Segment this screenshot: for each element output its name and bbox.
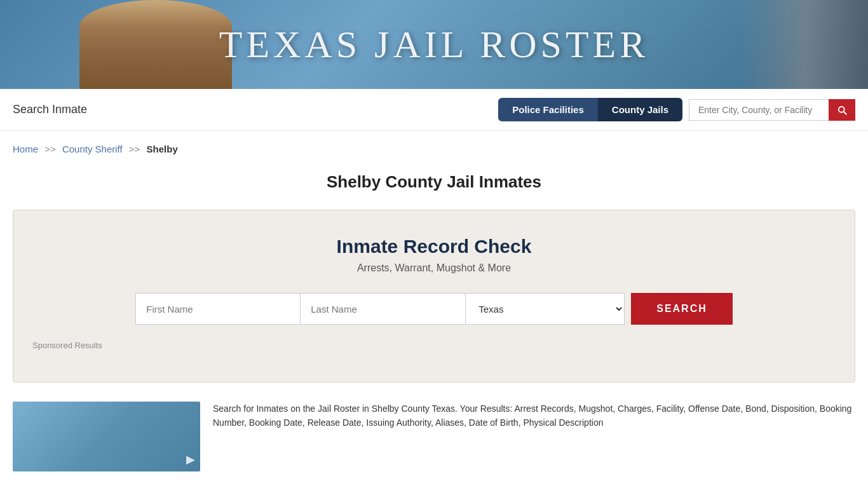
search-inmate-label: Search Inmate (13, 103, 87, 116)
record-check-form: AlabamaAlaskaArizonaArkansasCaliforniaCo… (32, 293, 836, 325)
bottom-thumbnail (13, 402, 200, 471)
facility-search-input[interactable] (689, 99, 829, 121)
sponsored-results-label: Sponsored Results (32, 341, 836, 350)
record-check-subtitle: Arrests, Warrant, Mugshot & More (32, 262, 836, 274)
county-jails-button[interactable]: County Jails (598, 98, 682, 121)
header-banner: Texas Jail Roster (0, 0, 868, 89)
bottom-section: Search for Inmates on the Jail Roster in… (13, 402, 855, 471)
breadcrumb-county-sheriff[interactable]: County Sheriff (62, 144, 123, 154)
breadcrumb: Home >> County Sheriff >> Shelby (0, 131, 868, 161)
navbar-right: Police Facilities County Jails (498, 98, 855, 121)
state-select[interactable]: AlabamaAlaskaArizonaArkansasCaliforniaCo… (466, 293, 625, 325)
police-facilities-button[interactable]: Police Facilities (498, 98, 598, 121)
breadcrumb-separator-2: >> (129, 144, 140, 154)
breadcrumb-current: Shelby (147, 144, 178, 154)
last-name-input[interactable] (301, 293, 466, 325)
first-name-input[interactable] (135, 293, 301, 325)
navbar: Search Inmate Police Facilities County J… (0, 89, 868, 131)
facility-search-button[interactable] (829, 99, 855, 121)
breadcrumb-home[interactable]: Home (13, 144, 38, 154)
site-title: Texas Jail Roster (219, 23, 649, 67)
record-search-button[interactable]: SEARCH (631, 293, 733, 325)
breadcrumb-separator-1: >> (44, 144, 56, 154)
search-icon (836, 104, 848, 116)
bottom-description: Search for Inmates on the Jail Roster in… (213, 402, 855, 430)
page-title: Shelby County Jail Inmates (0, 172, 868, 192)
header-keys-decoration (741, 0, 868, 89)
record-check-section: Inmate Record Check Arrests, Warrant, Mu… (13, 210, 855, 383)
record-check-title: Inmate Record Check (32, 236, 836, 257)
